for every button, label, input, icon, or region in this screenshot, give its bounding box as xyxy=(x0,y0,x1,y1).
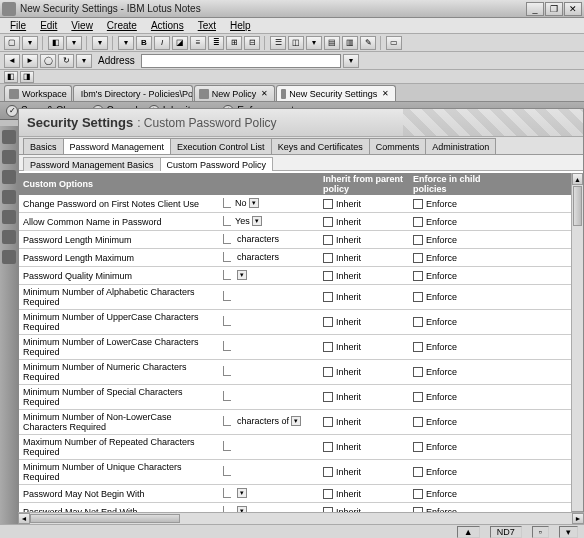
inherit-checkbox[interactable] xyxy=(323,217,333,227)
inherit-checkbox[interactable] xyxy=(323,489,333,499)
tab-workspace[interactable]: Workspace xyxy=(4,85,72,101)
horizontal-scrollbar[interactable]: ◄ ► xyxy=(18,512,584,524)
inherit-checkbox[interactable] xyxy=(323,342,333,352)
minimize-button[interactable]: _ xyxy=(526,2,544,16)
side-icon[interactable] xyxy=(2,210,16,224)
inherit-checkbox[interactable] xyxy=(323,442,333,452)
side-icon[interactable] xyxy=(2,130,16,144)
inherit-checkbox[interactable] xyxy=(323,235,333,245)
tab-close-icon[interactable]: ✕ xyxy=(259,89,270,98)
menu-help[interactable]: Help xyxy=(224,20,257,31)
tab-basics[interactable]: Basics xyxy=(23,138,64,154)
scroll-up-icon[interactable]: ▲ xyxy=(572,173,583,185)
tab-password-management[interactable]: Password Management xyxy=(63,138,172,154)
scroll-thumb[interactable] xyxy=(573,186,582,226)
side-icon[interactable] xyxy=(2,250,16,264)
enforce-checkbox[interactable] xyxy=(413,467,423,477)
inherit-checkbox[interactable] xyxy=(323,417,333,427)
enforce-checkbox[interactable] xyxy=(413,199,423,209)
toolbar-btn[interactable]: ▾ xyxy=(118,36,134,50)
nav-fwd-icon[interactable]: ► xyxy=(22,54,38,68)
tab-new-policy[interactable]: New Policy ✕ xyxy=(194,85,276,101)
inherit-checkbox[interactable] xyxy=(323,367,333,377)
address-input[interactable] xyxy=(141,54,341,68)
toolbar-btn[interactable]: ▾ xyxy=(22,36,38,50)
enforce-checkbox[interactable] xyxy=(413,489,423,499)
field-value[interactable]: No xyxy=(235,198,247,208)
inherit-checkbox[interactable] xyxy=(323,292,333,302)
side-icon[interactable] xyxy=(2,230,16,244)
enforce-checkbox[interactable] xyxy=(413,317,423,327)
enforce-checkbox[interactable] xyxy=(413,342,423,352)
enforce-checkbox[interactable] xyxy=(413,417,423,427)
toolbar-btn[interactable]: ▾ xyxy=(92,36,108,50)
toolbar-bold-icon[interactable]: B xyxy=(136,36,152,50)
subtab-password-management-basics[interactable]: Password Management Basics xyxy=(23,157,161,171)
toolbar-btn[interactable]: ◪ xyxy=(172,36,188,50)
menu-actions[interactable]: Actions xyxy=(145,20,190,31)
enforce-checkbox[interactable] xyxy=(413,442,423,452)
toolbar-btn[interactable]: ▤ xyxy=(324,36,340,50)
hscroll-thumb[interactable] xyxy=(30,514,180,523)
toolbar-btn[interactable]: ◫ xyxy=(288,36,304,50)
toolbar-btn[interactable]: ✎ xyxy=(360,36,376,50)
enforce-checkbox[interactable] xyxy=(413,292,423,302)
enforce-checkbox[interactable] xyxy=(413,367,423,377)
enforce-checkbox[interactable] xyxy=(413,253,423,263)
enforce-checkbox[interactable] xyxy=(413,235,423,245)
tab-new-security-settings[interactable]: New Security Settings ✕ xyxy=(276,85,396,101)
tab-execution-control-list[interactable]: Execution Control List xyxy=(170,138,272,154)
toolbar-open-icon[interactable]: ▢ xyxy=(4,36,20,50)
toolbar-btn[interactable]: ◧ xyxy=(48,36,64,50)
nav-refresh-icon[interactable]: ↻ xyxy=(58,54,74,68)
inherit-checkbox[interactable] xyxy=(323,317,333,327)
enforce-checkbox[interactable] xyxy=(413,392,423,402)
inherit-checkbox[interactable] xyxy=(323,253,333,263)
address-dropdown-icon[interactable]: ▾ xyxy=(343,54,359,68)
field-value[interactable]: Yes xyxy=(235,216,250,226)
menu-text[interactable]: Text xyxy=(192,20,222,31)
vertical-scrollbar[interactable]: ▲ ▼ xyxy=(571,173,583,523)
dropdown-icon[interactable]: ▾ xyxy=(252,216,262,226)
scroll-left-icon[interactable]: ◄ xyxy=(18,513,30,524)
menu-view[interactable]: View xyxy=(65,20,99,31)
toolbar-btn[interactable]: ▾ xyxy=(66,36,82,50)
enforce-checkbox[interactable] xyxy=(413,271,423,281)
inherit-checkbox[interactable] xyxy=(323,199,333,209)
small-toolbar-btn[interactable]: ◨ xyxy=(20,71,34,83)
toolbar-btn[interactable]: ▥ xyxy=(342,36,358,50)
nav-back-icon[interactable]: ◄ xyxy=(4,54,20,68)
enforce-checkbox[interactable] xyxy=(413,217,423,227)
side-icon[interactable] xyxy=(2,190,16,204)
dropdown-icon[interactable]: ▾ xyxy=(249,198,259,208)
tab-comments[interactable]: Comments xyxy=(369,138,427,154)
tab-administration[interactable]: Administration xyxy=(425,138,496,154)
toolbar-btn[interactable]: ⊟ xyxy=(244,36,260,50)
tab-keys-and-certificates[interactable]: Keys and Certificates xyxy=(271,138,370,154)
side-icon[interactable] xyxy=(2,170,16,184)
scroll-right-icon[interactable]: ► xyxy=(572,513,584,524)
side-icon[interactable] xyxy=(2,150,16,164)
toolbar-btn[interactable]: ≣ xyxy=(208,36,224,50)
small-toolbar-btn[interactable]: ◧ xyxy=(4,71,18,83)
tab-close-icon[interactable]: ✕ xyxy=(380,89,391,98)
toolbar-btn[interactable]: ▾ xyxy=(306,36,322,50)
toolbar-btn[interactable]: ≡ xyxy=(190,36,206,50)
inherit-checkbox[interactable] xyxy=(323,392,333,402)
inherit-checkbox[interactable] xyxy=(323,271,333,281)
close-button[interactable]: ✕ xyxy=(564,2,582,16)
toolbar-btn[interactable]: ☰ xyxy=(270,36,286,50)
menu-edit[interactable]: Edit xyxy=(34,20,63,31)
subtab-custom-password-policy[interactable]: Custom Password Policy xyxy=(160,157,274,171)
menu-file[interactable]: File xyxy=(4,20,32,31)
dropdown-icon[interactable]: ▾ xyxy=(237,488,247,498)
toolbar-btn[interactable]: ▭ xyxy=(386,36,402,50)
toolbar-italic-icon[interactable]: I xyxy=(154,36,170,50)
dropdown-icon[interactable]: ▾ xyxy=(237,270,247,280)
nav-stop-icon[interactable]: ◯ xyxy=(40,54,56,68)
restore-button[interactable]: ❐ xyxy=(545,2,563,16)
menu-create[interactable]: Create xyxy=(101,20,143,31)
toolbar-btn[interactable]: ⊞ xyxy=(226,36,242,50)
tab-directory[interactable]: Ibm's Directory - Policies\Polici… ✕ xyxy=(73,85,193,101)
dropdown-icon[interactable]: ▾ xyxy=(291,416,301,426)
